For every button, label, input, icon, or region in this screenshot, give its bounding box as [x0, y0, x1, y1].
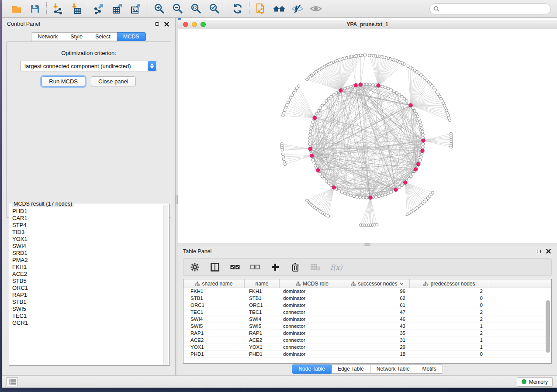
save-session-icon[interactable] [29, 3, 41, 15]
table-row[interactable]: ORC1 ORC1 dominator 61 0 [183, 302, 551, 309]
hide-details-icon[interactable] [291, 3, 304, 15]
task-history-button[interactable] [6, 377, 18, 386]
select-all-icon[interactable] [230, 262, 240, 272]
table-scrollbar[interactable] [545, 289, 550, 361]
mcds-result-item[interactable]: ACE2 [12, 271, 163, 278]
cell-predecessor-nodes: 0 [410, 295, 489, 302]
import-table-icon[interactable] [70, 3, 83, 15]
zoom-out-icon[interactable] [172, 3, 184, 15]
column-type-icon [296, 282, 301, 286]
table-row[interactable]: SWI4 SWI4 dominator 46 2 [183, 316, 551, 323]
show-details-icon[interactable] [310, 3, 322, 15]
table-row[interactable]: FKH1 FKH1 dominator 96 2 [183, 288, 551, 295]
memory-button[interactable]: Memory [517, 377, 553, 387]
table-tab[interactable]: Network Table [370, 364, 416, 374]
zoom-in-icon[interactable] [153, 3, 166, 15]
refresh-layout-icon[interactable] [232, 3, 244, 15]
table-row[interactable]: TEC1 TEC1 connector 47 2 [183, 309, 551, 316]
mcds-result-list[interactable]: PHD1CAR1STP4TID3YOX1SWI4SRD1PMA2FKH1ACE2… [10, 205, 163, 364]
cell-mcds-role: connector [280, 337, 345, 344]
mcds-result-item[interactable]: RAP1 [12, 292, 163, 299]
open-session-icon[interactable] [10, 3, 23, 15]
column-label: predecessor nodes [430, 281, 475, 287]
table-row[interactable]: SWI5 SWI5 connector 43 1 [183, 323, 551, 330]
cell-predecessor-nodes: 2 [410, 288, 489, 295]
mcds-result-item[interactable]: PMA2 [12, 257, 163, 264]
cell-successor-nodes: 46 [345, 316, 410, 323]
mcds-result-item[interactable]: YOX1 [12, 236, 163, 243]
delete-column-icon[interactable] [290, 262, 301, 272]
share-document-icon[interactable] [255, 3, 267, 15]
mcds-result-item[interactable]: CAR1 [12, 215, 163, 222]
mcds-result-item[interactable]: STB1 [12, 299, 163, 306]
cell-shared-name: ORC1 [183, 302, 245, 309]
control-panel-tab[interactable]: Select [89, 32, 117, 41]
cell-predecessor-nodes: 0 [410, 351, 489, 358]
table-column-header[interactable]: MCDS role [280, 279, 345, 288]
mcds-result-item[interactable]: STB5 [12, 278, 163, 285]
control-panel-tab[interactable]: Style [64, 32, 89, 41]
table-column-header[interactable]: predecessor nodes [410, 279, 489, 288]
table-column-header[interactable]: shared name [183, 279, 245, 288]
mcds-result-item[interactable]: TID3 [12, 229, 163, 236]
cell-shared-name: YOX1 [183, 344, 245, 351]
cell-shared-name: PHD1 [183, 351, 245, 358]
table-column-header[interactable]: successor nodes [345, 279, 410, 288]
export-table-icon[interactable] [112, 3, 124, 15]
run-mcds-button[interactable]: Run MCDS [42, 76, 85, 86]
float-table-panel-icon[interactable] [535, 248, 542, 255]
delete-table-icon[interactable] [310, 262, 321, 272]
zoom-selected-icon[interactable] [208, 3, 221, 15]
table-row[interactable]: ACE2 ACE2 connector 31 1 [183, 337, 551, 344]
import-network-icon[interactable] [52, 3, 64, 15]
mcds-result-item[interactable]: FKH1 [12, 264, 163, 271]
table-row[interactable]: PHD1 PHD1 dominator 18 0 [183, 351, 551, 358]
table-row[interactable]: STB1 STB1 dominator 62 0 [183, 295, 551, 302]
home-icon[interactable] [273, 3, 285, 15]
close-table-panel-icon[interactable] [545, 248, 552, 255]
control-panel-title: Control Panel [7, 21, 40, 27]
table-row[interactable]: RAP1 RAP1 dominator 35 2 [183, 330, 551, 337]
network-canvas[interactable] [178, 29, 557, 243]
table-tab[interactable]: Motifs [416, 364, 443, 374]
add-column-icon[interactable] [270, 262, 280, 272]
column-type-icon [423, 282, 428, 286]
network-graph[interactable] [178, 29, 557, 243]
search-field[interactable] [429, 3, 551, 14]
mcds-result-item[interactable]: PHD1 [12, 208, 163, 215]
mcds-result-item[interactable]: GCR1 [12, 320, 163, 327]
control-panel: Control Panel Network Style Select MCDS … [2, 18, 176, 375]
search-input[interactable] [439, 6, 544, 12]
float-panel-icon[interactable] [153, 21, 160, 28]
control-panel-tab[interactable]: Network [31, 32, 64, 41]
zoom-fit-icon[interactable] [190, 3, 202, 15]
deselect-all-icon[interactable] [250, 262, 260, 272]
mcds-result-item[interactable]: SRD1 [12, 250, 163, 257]
export-image-icon[interactable] [130, 3, 142, 15]
table-panel: Table Panel [178, 246, 557, 375]
mcds-result-item[interactable]: TEC1 [12, 313, 163, 320]
mcds-result-item[interactable]: ORC1 [12, 285, 163, 292]
cell-name: RAP1 [245, 330, 280, 337]
function-builder-icon[interactable]: f(x) [330, 263, 342, 272]
export-network-icon[interactable] [93, 3, 106, 15]
show-columns-icon[interactable] [210, 262, 220, 272]
mcds-result-item[interactable]: SWI5 [12, 306, 163, 313]
mcds-result-item[interactable]: SWI4 [12, 243, 163, 250]
mcds-result-item[interactable]: STP4 [12, 222, 163, 229]
criterion-dropdown[interactable]: largest connected component (undirected) [20, 61, 157, 71]
table-settings-gear-icon[interactable] [190, 262, 200, 272]
table-column-header[interactable]: name [245, 279, 280, 288]
mcds-result-scrollbar[interactable] [163, 205, 168, 364]
sort-chevron-icon[interactable] [400, 282, 404, 285]
close-panel-icon[interactable] [163, 21, 170, 28]
scrollbar-thumb[interactable] [546, 300, 550, 353]
cell-shared-name: TEC1 [183, 309, 245, 316]
table-row[interactable]: YOX1 YOX1 connector 29 1 [183, 344, 551, 351]
cell-shared-name: SWI4 [183, 316, 245, 323]
close-panel-button[interactable]: Close panel [91, 76, 136, 86]
cell-name: SWI4 [245, 316, 280, 323]
table-tab[interactable]: Node Table [292, 364, 332, 374]
table-tab[interactable]: Edge Table [332, 364, 370, 374]
control-panel-tab[interactable]: MCDS [117, 32, 146, 41]
